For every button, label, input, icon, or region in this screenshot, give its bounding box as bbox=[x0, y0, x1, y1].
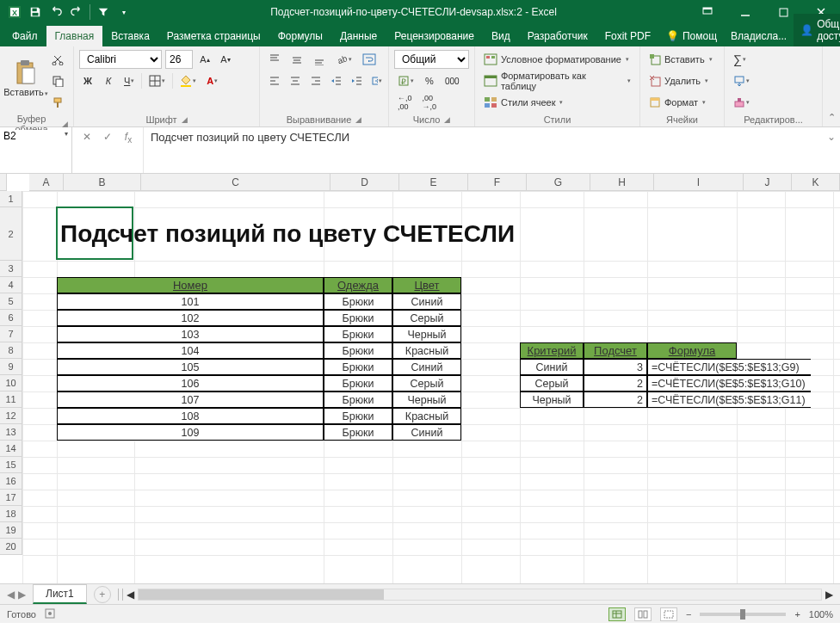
cell[interactable]: Серый bbox=[392, 310, 461, 326]
tab-page-layout[interactable]: Разметка страницы bbox=[158, 26, 269, 46]
cell[interactable]: Брюки bbox=[324, 424, 392, 441]
align-right-icon[interactable] bbox=[306, 71, 324, 90]
increase-decimal-icon[interactable]: ←,0,00 bbox=[394, 93, 416, 112]
cell[interactable]: Синий bbox=[392, 359, 461, 375]
tab-file[interactable]: Файл bbox=[3, 26, 46, 46]
tab-home[interactable]: Главная bbox=[46, 26, 103, 46]
add-sheet-icon[interactable]: + bbox=[94, 586, 111, 603]
cell[interactable]: Брюки bbox=[324, 293, 392, 310]
cell[interactable]: 3 bbox=[584, 359, 647, 375]
formula-text[interactable]: Подсчет позиций по цвету СЧЕТЕСЛИ bbox=[144, 127, 823, 173]
percent-icon[interactable]: % bbox=[421, 71, 438, 90]
number-format-select[interactable]: Общий bbox=[394, 50, 469, 69]
fill-icon[interactable] bbox=[730, 71, 753, 90]
excel-icon[interactable]: X bbox=[5, 3, 24, 22]
merge-center-icon[interactable] bbox=[368, 71, 386, 90]
cell[interactable]: 101 bbox=[57, 293, 324, 310]
cell[interactable]: Красный bbox=[392, 408, 461, 424]
account-name[interactable]: Владисла... bbox=[724, 26, 794, 46]
decrease-indent-icon[interactable] bbox=[327, 71, 344, 90]
name-box[interactable]: ▾ bbox=[0, 127, 72, 173]
orientation-icon[interactable]: ab bbox=[332, 50, 355, 69]
cell[interactable]: Синий bbox=[392, 424, 461, 441]
sheet-nav-next-icon[interactable]: ▶ bbox=[18, 589, 26, 601]
zoom-out-icon[interactable]: − bbox=[686, 609, 691, 620]
cut-icon[interactable] bbox=[48, 50, 67, 69]
horizontal-scrollbar[interactable] bbox=[138, 589, 822, 601]
cell[interactable]: Синий bbox=[392, 293, 461, 310]
decrease-font-icon[interactable]: A▾ bbox=[217, 50, 234, 69]
fx-icon[interactable]: fx bbox=[120, 131, 136, 145]
cell[interactable]: Брюки bbox=[324, 326, 392, 342]
font-name-select[interactable]: Calibri bbox=[79, 50, 162, 69]
italic-button[interactable]: К bbox=[100, 71, 117, 90]
view-normal-icon[interactable] bbox=[608, 607, 626, 621]
cell[interactable]: Подсчет позиций по цвету СЧЕТЕСЛИ bbox=[57, 207, 737, 261]
share-button[interactable]: 👤Общий доступ bbox=[794, 14, 840, 46]
insert-cells-button[interactable]: Вставить bbox=[645, 50, 716, 69]
view-page-break-icon[interactable] bbox=[660, 607, 677, 621]
conditional-formatting-button[interactable]: Условное форматирование bbox=[480, 50, 633, 69]
row-headers[interactable]: 1234567891011121314151617181920 bbox=[0, 191, 22, 583]
cell[interactable]: Брюки bbox=[324, 342, 392, 359]
undo-icon[interactable] bbox=[46, 3, 65, 22]
number-launcher-icon[interactable]: ◢ bbox=[444, 115, 450, 124]
macro-record-icon[interactable] bbox=[45, 608, 55, 620]
scroll-left-icon[interactable]: ◀ bbox=[127, 589, 134, 601]
cell[interactable]: Черный bbox=[392, 326, 461, 342]
wrap-text-icon[interactable] bbox=[359, 50, 380, 69]
cell[interactable]: Одежда bbox=[324, 277, 392, 293]
cell[interactable]: Цвет bbox=[392, 277, 461, 293]
tab-data[interactable]: Данные bbox=[331, 26, 386, 46]
filter-icon[interactable] bbox=[94, 3, 113, 22]
tab-insert[interactable]: Вставка bbox=[102, 26, 158, 46]
tell-me[interactable]: 💡Помощ bbox=[659, 26, 724, 46]
cell[interactable]: Брюки bbox=[324, 310, 392, 326]
redo-icon[interactable] bbox=[67, 3, 86, 22]
cell[interactable]: Синий bbox=[520, 359, 584, 375]
cell[interactable]: Брюки bbox=[324, 408, 392, 424]
tab-view[interactable]: Вид bbox=[483, 26, 519, 46]
align-top-icon[interactable] bbox=[265, 50, 284, 69]
decrease-decimal-icon[interactable]: ,00→,0 bbox=[419, 93, 441, 112]
underline-button[interactable]: Ч bbox=[120, 71, 138, 90]
fill-color-icon[interactable] bbox=[176, 71, 200, 90]
align-launcher-icon[interactable]: ◢ bbox=[355, 115, 361, 124]
tab-formulas[interactable]: Формулы bbox=[269, 26, 331, 46]
cell[interactable]: =СЧЁТЕСЛИ($E$5:$E$13;G9) bbox=[647, 359, 811, 375]
align-middle-icon[interactable] bbox=[287, 50, 306, 69]
tab-developer[interactable]: Разработчик bbox=[519, 26, 596, 46]
tab-foxit[interactable]: Foxit PDF bbox=[596, 26, 659, 46]
font-launcher-icon[interactable]: ◢ bbox=[182, 115, 188, 124]
collapse-ribbon-icon[interactable]: ⌃ bbox=[823, 46, 840, 126]
cell[interactable]: =СЧЁТЕСЛИ($E$5:$E$13;G11) bbox=[647, 391, 811, 408]
cell[interactable]: =СЧЁТЕСЛИ($E$5:$E$13;G10) bbox=[647, 375, 811, 391]
cell-styles-button[interactable]: Стили ячеек bbox=[480, 93, 566, 112]
cell[interactable]: Брюки bbox=[324, 359, 392, 375]
cell[interactable]: 2 bbox=[584, 391, 647, 408]
ribbon-options-icon[interactable] bbox=[689, 0, 726, 24]
format-cells-button[interactable]: Формат bbox=[645, 93, 709, 112]
increase-indent-icon[interactable] bbox=[348, 71, 365, 90]
cell[interactable]: Подсчет bbox=[584, 342, 647, 359]
expand-formula-bar-icon[interactable]: ⌄ bbox=[823, 127, 840, 173]
save-icon[interactable] bbox=[26, 3, 45, 22]
scroll-right-icon[interactable]: ▶ bbox=[825, 589, 833, 601]
qat-customize-icon[interactable]: ▾ bbox=[114, 3, 133, 22]
cell[interactable]: Черный bbox=[520, 391, 584, 408]
bold-button[interactable]: Ж bbox=[79, 71, 96, 90]
font-color-icon[interactable]: A bbox=[203, 71, 221, 90]
cell[interactable]: 2 bbox=[584, 375, 647, 391]
align-center-icon[interactable] bbox=[286, 71, 303, 90]
align-bottom-icon[interactable] bbox=[310, 50, 329, 69]
delete-cells-button[interactable]: Удалить bbox=[645, 71, 712, 90]
cell[interactable]: 105 bbox=[57, 359, 324, 375]
format-painter-icon[interactable] bbox=[48, 93, 67, 112]
cell[interactable]: Черный bbox=[392, 391, 461, 408]
clear-icon[interactable] bbox=[730, 93, 753, 112]
splitter-icon[interactable] bbox=[118, 589, 123, 601]
increase-font-icon[interactable]: A▴ bbox=[196, 50, 213, 69]
format-as-table-button[interactable]: Форматировать как таблицу bbox=[480, 71, 634, 90]
cell[interactable]: Серый bbox=[520, 375, 584, 391]
cell[interactable]: Номер bbox=[57, 277, 324, 293]
